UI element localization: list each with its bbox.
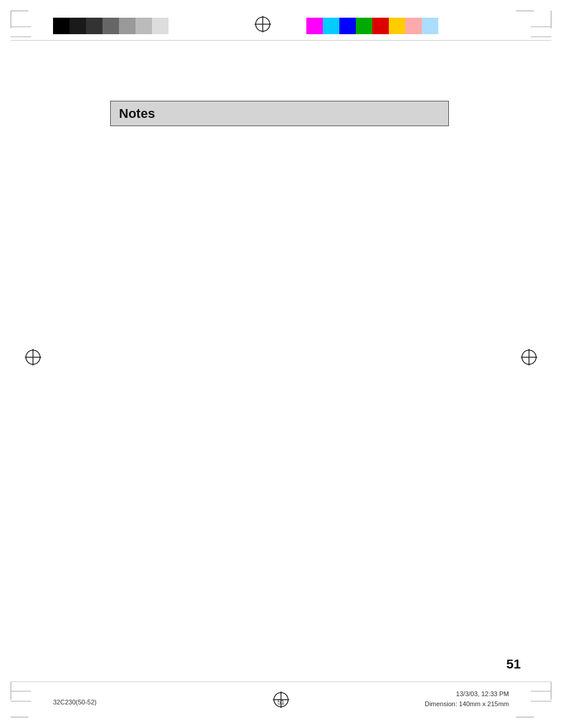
color-swatch-right [323,18,339,34]
color-swatch-left [103,18,119,34]
color-swatch-right [339,18,356,34]
crop-mark-br-h [516,717,534,717]
bot-line-right-top [531,691,551,691]
mid-line-right-top [531,27,551,27]
crop-mark-bl-h [11,717,28,717]
crosshair-bottom-center [272,690,290,711]
color-bar-right [306,18,438,34]
page-number: 51 [507,657,521,672]
footer-right-line2: Dimension: 140mm x 215mm [425,699,509,709]
h-line-top [11,40,551,41]
mid-line-left-bot [11,37,31,37]
crosshair-top-center [253,15,272,36]
crop-mark-tr-v [551,11,551,28]
mid-line-left-top [11,27,31,27]
notes-box: Notes [110,101,449,126]
notes-title: Notes [119,106,155,121]
color-swatch-right [306,18,323,34]
color-swatch-left [119,18,135,34]
color-swatch-right [422,18,438,34]
color-swatch-right [389,18,405,34]
footer-right: 13/3/03, 12:33 PM Dimension: 140mm x 215… [425,689,509,709]
color-bar-left [53,18,185,34]
color-swatch-right [356,18,372,34]
crop-mark-tl-v [11,11,11,28]
footer-right-line1: 13/3/03, 12:33 PM [425,689,509,699]
crosshair-mid-right [520,348,538,369]
color-swatch-right [405,18,422,34]
color-swatch-left [135,18,152,34]
color-swatch-left [53,18,70,34]
bottom-h-line [11,681,551,682]
color-swatch-left [168,18,185,34]
crop-mark-tr-h [516,11,534,11]
color-swatch-left [86,18,103,34]
color-swatch-right [372,18,389,34]
color-swatch-left [152,18,168,34]
bot-line-left-top [11,691,31,691]
crop-mark-tl-h [11,11,28,11]
crosshair-mid-left [24,348,42,369]
color-swatch-left [70,18,86,34]
mid-line-right-bot [531,37,551,37]
